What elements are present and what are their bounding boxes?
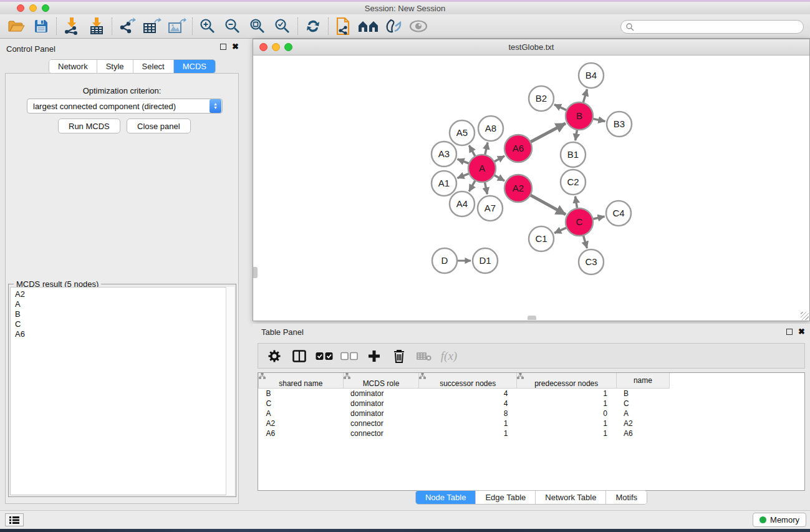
- cell-predecessor-nodes[interactable]: 1: [516, 428, 616, 438]
- close-panel-icon[interactable]: ✖: [232, 44, 239, 50]
- network-window-titlebar[interactable]: testGlobe.txt: [253, 39, 809, 56]
- search-input[interactable]: [634, 22, 790, 31]
- edge-A-A5[interactable]: [469, 145, 475, 157]
- refresh-layout-icon[interactable]: [301, 16, 325, 37]
- edge-A2-C[interactable]: [530, 195, 566, 215]
- cell-shared-name[interactable]: C: [259, 399, 344, 409]
- show-hide-panels-icon[interactable]: [356, 16, 381, 37]
- tab-select[interactable]: Select: [133, 60, 174, 73]
- search-box[interactable]: [620, 20, 804, 34]
- tab-style[interactable]: Style: [97, 60, 133, 73]
- cell-successor-nodes[interactable]: 1: [419, 418, 517, 428]
- node-table[interactable]: shared nameMCDS rolesuccessor nodesprede…: [258, 372, 805, 491]
- import-table-icon[interactable]: [84, 16, 109, 37]
- cell-predecessor-nodes[interactable]: 1: [516, 399, 616, 409]
- edge-C-C2[interactable]: [576, 196, 577, 209]
- criterion-dropdown[interactable]: largest connected component (directed) ▲…: [27, 99, 223, 114]
- zoom-selected-icon[interactable]: [270, 16, 295, 37]
- edge-C-C1[interactable]: [554, 228, 567, 233]
- zoom-fit-icon[interactable]: [245, 16, 270, 37]
- run-mcds-button[interactable]: Run MCDS: [58, 118, 120, 133]
- tab-motifs[interactable]: Motifs: [606, 491, 647, 504]
- result-list-item[interactable]: B: [15, 309, 226, 319]
- table-row[interactable]: A2connector11A2: [259, 418, 805, 428]
- column-header-successor-nodes[interactable]: successor nodes: [419, 373, 517, 389]
- delete-rows-icon[interactable]: [390, 347, 408, 365]
- cell-name[interactable]: A: [616, 409, 670, 418]
- close-panel-button[interactable]: Close panel: [127, 118, 191, 133]
- edge-B-B2[interactable]: [554, 105, 567, 110]
- visual-styles-icon[interactable]: [381, 16, 406, 37]
- show-column-icon[interactable]: [291, 347, 308, 365]
- result-list-item[interactable]: C: [15, 319, 226, 329]
- edge-A-A3[interactable]: [458, 159, 470, 163]
- left-edge-grip[interactable]: [253, 267, 258, 278]
- cell-name[interactable]: C: [616, 399, 670, 409]
- open-session-icon[interactable]: [4, 16, 29, 37]
- cell-predecessor-nodes[interactable]: 0: [516, 409, 616, 418]
- edge-B-B1[interactable]: [576, 130, 577, 141]
- edge-A-A2[interactable]: [494, 175, 504, 181]
- table-row[interactable]: A6connector11A6: [259, 428, 805, 438]
- result-list-item[interactable]: A2: [15, 289, 226, 299]
- cell-MCDS-role[interactable]: dominator: [343, 389, 419, 399]
- delete-table-icon[interactable]: [415, 347, 433, 365]
- edge-C-C4[interactable]: [592, 216, 604, 219]
- column-header-shared-name[interactable]: shared name: [259, 373, 344, 389]
- cell-shared-name[interactable]: A: [259, 409, 344, 418]
- edge-B-B4[interactable]: [583, 89, 587, 103]
- float-panel-icon[interactable]: [220, 44, 226, 50]
- cell-name[interactable]: A6: [616, 428, 670, 438]
- show-graphics-details-icon[interactable]: [406, 16, 431, 37]
- select-all-checks-icon[interactable]: [316, 347, 333, 365]
- column-header-name[interactable]: name: [616, 373, 670, 389]
- edge-C-C3[interactable]: [583, 235, 587, 248]
- cell-MCDS-role[interactable]: dominator: [343, 409, 419, 418]
- result-list-scrollbar[interactable]: [226, 287, 234, 495]
- cell-successor-nodes[interactable]: 4: [419, 389, 517, 399]
- result-list-item[interactable]: A: [15, 299, 226, 309]
- tab-network[interactable]: Network: [49, 60, 97, 73]
- save-session-icon[interactable]: [29, 16, 54, 37]
- result-list-item[interactable]: A6: [15, 329, 226, 339]
- tab-node-table[interactable]: Node Table: [416, 491, 476, 504]
- cell-MCDS-role[interactable]: connector: [343, 428, 419, 438]
- new-network-from-selection-icon[interactable]: [331, 16, 356, 37]
- network-graph[interactable]: B4B2BB3A5A8A6B1A3AA1C2A2A4A7C4CC1C3DD1: [254, 56, 809, 320]
- float-table-panel-icon[interactable]: [786, 329, 793, 335]
- cell-name[interactable]: B: [616, 389, 670, 399]
- export-network-icon[interactable]: [115, 16, 140, 37]
- cell-shared-name[interactable]: A6: [259, 428, 344, 438]
- function-builder-icon[interactable]: f(x): [440, 347, 458, 365]
- edge-A-A1[interactable]: [457, 173, 469, 178]
- network-canvas[interactable]: B4B2BB3A5A8A6B1A3AA1C2A2A4A7C4CC1C3DD1: [254, 56, 809, 320]
- bottom-edge-grip[interactable]: [528, 316, 536, 320]
- tab-network-table[interactable]: Network Table: [536, 491, 606, 504]
- import-network-icon[interactable]: [59, 16, 84, 37]
- cell-predecessor-nodes[interactable]: 1: [516, 389, 616, 399]
- column-header-predecessor-nodes[interactable]: predecessor nodes: [516, 373, 616, 389]
- resize-grip-icon[interactable]: [801, 312, 809, 320]
- edge-A6-B[interactable]: [530, 123, 565, 142]
- export-table-icon[interactable]: [140, 16, 165, 37]
- deselect-all-checks-icon[interactable]: [340, 347, 358, 365]
- cell-predecessor-nodes[interactable]: 1: [516, 418, 616, 428]
- edge-A-A8[interactable]: [485, 142, 488, 155]
- cell-MCDS-role[interactable]: dominator: [343, 399, 419, 409]
- table-row[interactable]: Adominator80A: [259, 409, 805, 418]
- edge-A-A7[interactable]: [485, 182, 487, 195]
- table-settings-icon[interactable]: [266, 347, 283, 365]
- cell-successor-nodes[interactable]: 8: [419, 409, 517, 418]
- cell-shared-name[interactable]: B: [259, 389, 344, 399]
- tab-mcds[interactable]: MCDS: [174, 60, 215, 73]
- cell-successor-nodes[interactable]: 4: [419, 399, 517, 409]
- edge-A-A6[interactable]: [494, 156, 504, 162]
- tab-edge-table[interactable]: Edge Table: [476, 491, 536, 504]
- table-row[interactable]: Bdominator41B: [259, 389, 805, 399]
- edge-B-B3[interactable]: [593, 118, 605, 121]
- task-history-button[interactable]: [5, 513, 24, 526]
- memory-button[interactable]: Memory: [753, 513, 806, 527]
- column-header-MCDS-role[interactable]: MCDS role: [343, 373, 419, 389]
- cell-MCDS-role[interactable]: connector: [343, 418, 419, 428]
- zoom-out-icon[interactable]: [220, 16, 245, 37]
